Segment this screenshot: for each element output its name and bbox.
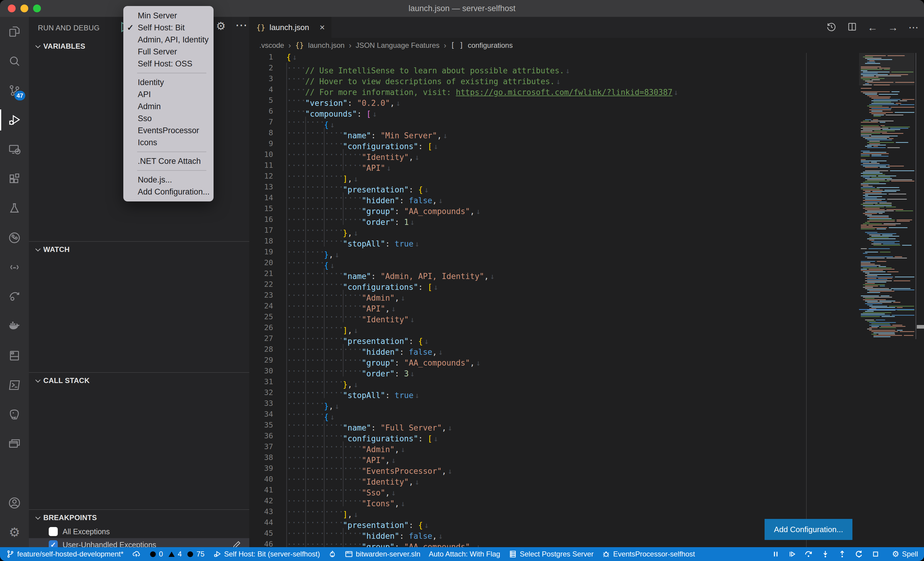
debug-restart-icon[interactable]: [855, 550, 864, 559]
code-line[interactable]: 29················"group": "AA_compounds…: [250, 355, 924, 366]
code-line[interactable]: 36············"configurations": [↓: [250, 431, 924, 441]
code-line[interactable]: 12············],↓: [250, 171, 924, 182]
code-line[interactable]: 32············"stopAll": true↓: [250, 387, 924, 398]
code-line[interactable]: 28················"hidden": false,↓: [250, 344, 924, 355]
code-line[interactable]: 23················"Admin",↓: [250, 290, 924, 301]
code-line[interactable]: 8············"name": "Min Server",↓: [250, 127, 924, 138]
views-more-icon[interactable]: ⋯: [235, 18, 247, 32]
code-line[interactable]: 14················"hidden": false,↓: [250, 192, 924, 203]
menu-item-self-host-bit[interactable]: ✓Self Host: Bit: [123, 22, 213, 34]
code-line[interactable]: 17············},↓: [250, 225, 924, 236]
code-line[interactable]: 41················"Sso",↓: [250, 485, 924, 495]
tab-close-icon[interactable]: ×: [320, 22, 325, 33]
debug-step-out-icon[interactable]: [838, 550, 847, 559]
code-line[interactable]: 25················"Identity"↓: [250, 311, 924, 322]
flame-item[interactable]: [328, 550, 336, 558]
breakpoint-row[interactable]: All Exceptions: [29, 525, 249, 538]
code-line[interactable]: 18············"stopAll": true↓: [250, 236, 924, 247]
code-line[interactable]: 9············"configurations": [↓: [250, 138, 924, 149]
code-line[interactable]: 1{↓: [250, 53, 924, 63]
code-line[interactable]: 16················"order": 1↓: [250, 214, 924, 225]
rest-client-icon[interactable]: [0, 253, 29, 282]
debug-pause-icon[interactable]: [771, 550, 780, 558]
code-line[interactable]: 38················"API",↓: [250, 452, 924, 463]
extensions-icon[interactable]: [0, 164, 29, 194]
testing-icon[interactable]: [0, 194, 29, 223]
debug-settings-gear-icon[interactable]: ⚙: [216, 20, 226, 33]
add-configuration-button[interactable]: Add Configuration...: [765, 519, 852, 540]
watch-section-header[interactable]: WATCH: [29, 242, 249, 257]
code-editor[interactable]: 1{↓2····// Use IntelliSense to learn abo…: [250, 53, 924, 547]
menu-item-sso[interactable]: Sso: [123, 112, 213, 124]
code-line[interactable]: 6····"compounds": [↓: [250, 106, 924, 117]
code-line[interactable]: 3····// Hover to view descriptions of ex…: [250, 73, 924, 84]
problems-item[interactable]: 0 4 75: [149, 550, 204, 558]
code-line[interactable]: 35············"name": "Full Server",↓: [250, 420, 924, 431]
solution-item[interactable]: bitwarden-server.sln: [345, 550, 420, 558]
tab-launch-json[interactable]: {} launch.json ×: [250, 17, 332, 38]
call-stack-section-header[interactable]: CALL STACK: [29, 373, 249, 388]
code-line[interactable]: 37················"Admin",↓: [250, 441, 924, 452]
debug-config-item[interactable]: Self Host: Bit (server-selfhost): [213, 550, 320, 558]
postgres-server-item[interactable]: Select Postgres Server: [508, 550, 594, 558]
code-line[interactable]: 34········{↓: [250, 409, 924, 420]
run-and-debug-icon[interactable]: [0, 105, 29, 135]
close-window-button[interactable]: [8, 4, 16, 12]
minimize-window-button[interactable]: [21, 4, 28, 12]
menu-item-min-server[interactable]: Min Server: [123, 10, 213, 22]
menu-item-identity[interactable]: Identity: [123, 76, 213, 88]
code-line[interactable]: 27············"presentation": {↓: [250, 333, 924, 344]
breadcrumb-vscode[interactable]: .vscode: [259, 41, 284, 49]
breadcrumb-json-language-features[interactable]: JSON Language Features: [356, 41, 440, 49]
code-line[interactable]: 11················"API"↓: [250, 160, 924, 171]
events-processor-item[interactable]: EventsProcessor-selfhost: [602, 550, 695, 558]
breadcrumb-launch-json[interactable]: launch.json: [308, 41, 344, 49]
breadcrumb-configurations[interactable]: configurations: [468, 41, 513, 49]
minimap[interactable]: [859, 53, 914, 547]
docker-icon[interactable]: [0, 311, 29, 341]
menu-item-full-server[interactable]: Full Server: [123, 46, 213, 58]
code-line[interactable]: 4····// For more information, visit: htt…: [250, 84, 924, 95]
scrollbar-marker[interactable]: [917, 325, 924, 329]
code-line[interactable]: 21············"name": "Admin, API, Ident…: [250, 268, 924, 279]
sync-changes-item[interactable]: [132, 550, 141, 558]
menu-item-api[interactable]: API: [123, 88, 213, 100]
spell-checker-item[interactable]: ⚙ Spell: [892, 549, 918, 559]
timeline-history-icon[interactable]: [826, 21, 837, 33]
menu-item-node-js[interactable]: Node.js...: [123, 174, 213, 186]
gitlens-icon[interactable]: [0, 223, 29, 253]
code-line[interactable]: 15················"group": "AA_compounds…: [250, 203, 924, 214]
menu-item-icons[interactable]: Icons: [123, 136, 213, 148]
source-control-icon[interactable]: 47: [0, 76, 29, 105]
menu-item-admin-api-identity[interactable]: Admin, API, Identity: [123, 34, 213, 46]
debug-step-into-icon[interactable]: [821, 550, 830, 559]
containers-icon[interactable]: [0, 341, 29, 370]
code-line[interactable]: 2····// Use IntelliSense to learn about …: [250, 63, 924, 73]
remote-explorer-icon[interactable]: [0, 135, 29, 164]
debug-continue-icon[interactable]: [788, 550, 796, 558]
navigate-forward-icon[interactable]: →: [888, 22, 898, 33]
split-editor-icon[interactable]: [847, 22, 857, 33]
breakpoints-section-header[interactable]: BREAKPOINTS: [29, 510, 249, 525]
code-line[interactable]: 13············"presentation": {↓: [250, 182, 924, 192]
code-line[interactable]: 42················"Icons",↓: [250, 495, 924, 506]
postgresql-icon[interactable]: [0, 400, 29, 429]
live-share-icon[interactable]: [0, 282, 29, 311]
accounts-icon[interactable]: [0, 488, 29, 518]
debug-step-over-icon[interactable]: [804, 550, 813, 559]
menu-item-admin[interactable]: Admin: [123, 100, 213, 112]
explorer-icon[interactable]: [0, 17, 29, 46]
minimap-slider[interactable]: [859, 53, 914, 85]
auto-attach-item[interactable]: Auto Attach: With Flag: [429, 550, 500, 558]
debug-stop-icon[interactable]: [872, 550, 880, 558]
menu-item-self-host-oss[interactable]: Self Host: OSS: [123, 58, 213, 70]
checkbox-unchecked[interactable]: [49, 527, 58, 536]
code-line[interactable]: 40················"Identity",↓: [250, 474, 924, 485]
window-layouts-icon[interactable]: [0, 429, 29, 459]
code-line[interactable]: 30················"order": 3↓: [250, 366, 924, 376]
menu-item-net-core-attach[interactable]: .NET Core Attach: [123, 155, 213, 167]
code-line[interactable]: 26············],↓: [250, 322, 924, 333]
zoom-window-button[interactable]: [33, 4, 41, 12]
menu-item-eventsprocessor[interactable]: EventsProcessor: [123, 124, 213, 136]
code-line[interactable]: 46················"group": "AA_compounds…: [250, 539, 924, 547]
